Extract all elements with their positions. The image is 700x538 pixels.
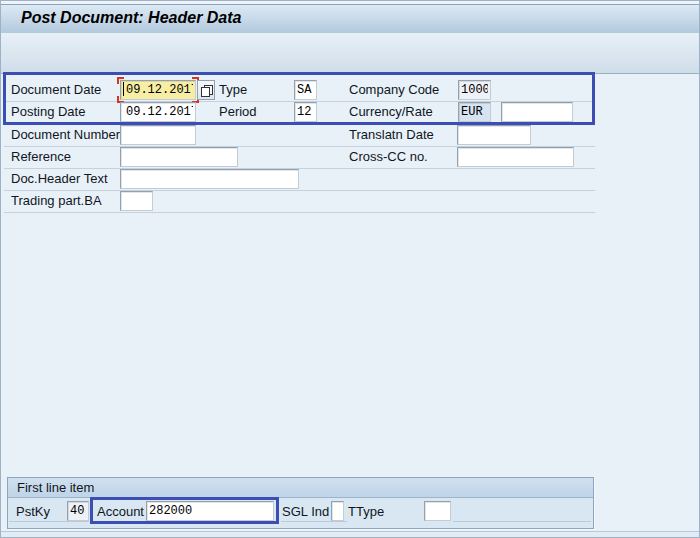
document-date-label: Document Date: [11, 79, 101, 101]
exchange-rate-input[interactable]: [501, 102, 573, 122]
cross-cc-input[interactable]: [457, 147, 574, 167]
cross-cc-label: Cross-CC no.: [349, 146, 428, 168]
trading-part-ba-input[interactable]: [120, 191, 153, 211]
window-frame-bottom: [1, 531, 699, 537]
row-divider: [4, 212, 595, 213]
document-number-label: Document Number: [11, 124, 120, 146]
posting-date-label: Posting Date: [11, 101, 85, 123]
groupbox-title: First line item: [17, 478, 94, 498]
row-divider: [453, 521, 591, 522]
document-date-input[interactable]: [120, 80, 196, 100]
doc-header-text-label: Doc.Header Text: [11, 168, 108, 190]
period-label: Period: [219, 101, 257, 123]
hold-date-icon: [201, 85, 213, 97]
document-date-field-wrap: [120, 80, 196, 100]
company-code-input[interactable]: [458, 80, 491, 100]
company-code-label: Company Code: [349, 79, 439, 101]
groupbox-title-band: First line item: [8, 478, 593, 498]
currency-input[interactable]: [458, 102, 491, 122]
currency-rate-label: Currency/Rate: [349, 101, 433, 123]
period-input[interactable]: [294, 102, 317, 122]
document-number-input[interactable]: [120, 125, 196, 145]
translatn-date-label: Translatn Date: [349, 124, 434, 146]
account-input[interactable]: [146, 501, 274, 521]
sgl-ind-input[interactable]: [331, 501, 344, 521]
pstky-input[interactable]: [67, 501, 89, 521]
trading-part-ba-label: Trading part.BA: [11, 190, 102, 212]
reference-input[interactable]: [120, 147, 238, 167]
account-label: Account: [97, 501, 144, 523]
translatn-date-input[interactable]: [457, 125, 531, 145]
doc-header-text-input[interactable]: [120, 169, 299, 189]
sgl-ind-label: SGL Ind: [282, 501, 329, 523]
page-title: Post Document: Header Data: [21, 9, 242, 27]
title-bar: Post Document: Header Data: [1, 5, 699, 33]
ttype-input[interactable]: [424, 501, 451, 521]
sap-window: Post Document: Header Data Document Date…: [0, 0, 700, 538]
reference-label: Reference: [11, 146, 71, 168]
text-cursor: [123, 82, 124, 96]
type-label: Type: [219, 79, 247, 101]
application-toolbar: [1, 33, 699, 74]
hold-date-button[interactable]: [197, 80, 215, 100]
pstky-label: PstKy: [16, 501, 50, 523]
ttype-label: TType: [348, 501, 384, 523]
posting-date-input[interactable]: [120, 102, 196, 122]
type-input[interactable]: [294, 80, 317, 100]
